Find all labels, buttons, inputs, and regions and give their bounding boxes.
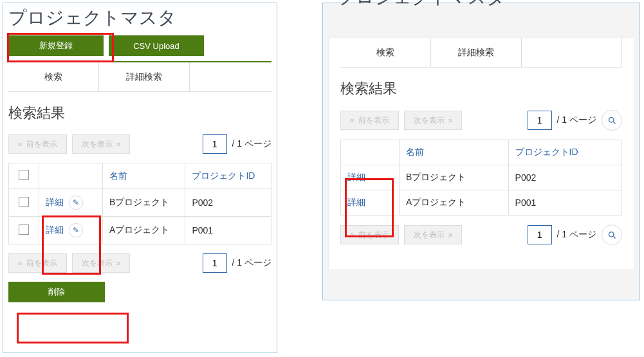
cell-project-id: P002 [508, 165, 621, 190]
section-title: 検索結果 [8, 104, 271, 123]
section-title: 検索結果 [340, 79, 622, 98]
pager-top: « 前を表示 次を表示 » / 1 ページ [8, 134, 271, 154]
pager-next[interactable]: 次を表示 » [404, 111, 463, 130]
svg-line-3 [613, 236, 615, 238]
chevron-right-icon: » [116, 140, 121, 149]
page-total: / 1 ページ [232, 138, 271, 150]
header-name[interactable]: 名前 [103, 163, 185, 189]
pager-prev-label: 前を表示 [358, 115, 389, 126]
page-title: プロジェクトマスタ [8, 3, 271, 30]
header-detail [341, 140, 400, 165]
tab-search[interactable]: 検索 [8, 62, 99, 91]
table-row: 詳細 Bプロジェクト P002 [341, 165, 622, 190]
cell-name: Bプロジェクト [103, 189, 185, 217]
header-checkbox-cell[interactable] [9, 163, 39, 189]
csv-upload-button[interactable]: CSV Upload [109, 35, 204, 56]
page-total: / 1 ページ [232, 257, 271, 269]
page-input[interactable] [203, 253, 227, 273]
search-icon[interactable] [602, 110, 622, 131]
page-input[interactable] [528, 111, 552, 130]
chevron-right-icon: » [448, 230, 453, 239]
tab-empty [522, 38, 622, 67]
svg-line-1 [613, 122, 615, 124]
header-name[interactable]: 名前 [400, 140, 509, 165]
cell-name: Bプロジェクト [400, 165, 509, 190]
cell-project-id: P002 [185, 189, 271, 217]
tab-row: 検索 詳細検索 [8, 61, 271, 92]
chevron-right-icon: » [448, 116, 453, 125]
svg-point-0 [609, 117, 614, 122]
pager-prev[interactable]: « 前を表示 [8, 253, 67, 273]
cell-project-id: P001 [508, 190, 621, 215]
page-total: / 1 ページ [557, 114, 596, 126]
header-project-id[interactable]: プロジェクトID [508, 140, 621, 165]
detail-link[interactable]: 詳細 [46, 224, 64, 235]
right-inner: 検索 詳細検索 検索結果 « 前を表示 次を表示 » / 1 ページ [328, 37, 634, 270]
pager-prev-label: 前を表示 [26, 139, 57, 150]
pager-next-label: 次を表示 [414, 230, 445, 241]
detail-link[interactable]: 詳細 [347, 172, 365, 182]
cell-project-id: P001 [185, 217, 271, 244]
checkbox-icon [19, 197, 29, 207]
pager-bottom: « 前を表示 次を表示 » / 1 ページ [340, 224, 622, 245]
cell-name: Aプロジェクト [400, 190, 509, 215]
row-checkbox-cell[interactable] [9, 217, 39, 244]
checkbox-icon [19, 224, 29, 235]
table-row: 詳細 ✎ Bプロジェクト P002 [9, 189, 271, 217]
cell-detail: 詳細 [341, 165, 400, 190]
checkbox-icon [19, 170, 29, 180]
results-table: 名前 プロジェクトID 詳細 Bプロジェクト P002 詳細 Aプロジェクト P… [340, 140, 622, 215]
cell-detail: 詳細 ✎ [39, 189, 103, 217]
tab-detail-search[interactable]: 詳細検索 [431, 38, 522, 67]
pager-top: « 前を表示 次を表示 » / 1 ページ [340, 110, 622, 131]
pager-prev[interactable]: « 前を表示 [340, 225, 399, 244]
cell-detail: 詳細 [341, 190, 400, 215]
new-button[interactable]: 新規登録 [8, 35, 104, 56]
cell-detail: 詳細 ✎ [39, 217, 103, 244]
left-panel: プロジェクトマスタ 新規登録 CSV Upload 検索 詳細検索 検索結果 «… [3, 3, 277, 353]
chevron-left-icon: « [350, 230, 354, 239]
row-checkbox-cell[interactable] [9, 189, 39, 217]
pager-prev[interactable]: « 前を表示 [8, 134, 67, 154]
tab-detail-search[interactable]: 詳細検索 [99, 62, 190, 91]
right-panel: プロジェクトマスタ 検索 詳細検索 検索結果 « 前を表示 次を表示 » [322, 3, 640, 300]
header-project-id[interactable]: プロジェクトID [185, 163, 271, 189]
pager-next[interactable]: 次を表示 » [404, 225, 463, 244]
delete-button[interactable]: 削除 [8, 282, 105, 302]
search-icon[interactable] [602, 224, 622, 245]
chevron-left-icon: « [18, 140, 23, 149]
chevron-right-icon: » [116, 259, 121, 268]
pager-prev[interactable]: « 前を表示 [340, 111, 399, 130]
detail-link[interactable]: 詳細 [347, 197, 365, 207]
pager-prev-label: 前を表示 [26, 258, 57, 269]
pager-next-label: 次を表示 [82, 139, 113, 150]
action-row: 新規登録 CSV Upload [8, 35, 271, 56]
chevron-left-icon: « [350, 116, 354, 125]
page-total: / 1 ページ [557, 229, 596, 241]
pager-next-label: 次を表示 [82, 258, 113, 269]
cell-name: Aプロジェクト [103, 217, 185, 244]
tab-search[interactable]: 検索 [340, 38, 431, 67]
chevron-left-icon: « [18, 259, 23, 268]
pager-bottom: « 前を表示 次を表示 » / 1 ページ [8, 253, 271, 273]
table-row: 詳細 ✎ Aプロジェクト P001 [9, 217, 271, 244]
table-row: 詳細 Aプロジェクト P001 [341, 190, 622, 215]
results-table: 名前 プロジェクトID 詳細 ✎ Bプロジェクト P002 [8, 163, 271, 244]
pencil-icon[interactable]: ✎ [69, 223, 83, 237]
pager-next[interactable]: 次を表示 » [72, 253, 131, 273]
detail-link[interactable]: 詳細 [46, 197, 64, 207]
annotation-box [17, 313, 129, 343]
tab-row: 検索 詳細検索 [340, 38, 622, 68]
pager-prev-label: 前を表示 [358, 230, 389, 241]
svg-point-2 [609, 232, 614, 237]
header-detail [39, 163, 103, 189]
pager-next[interactable]: 次を表示 » [72, 134, 131, 154]
page-input[interactable] [528, 225, 552, 244]
page-input[interactable] [203, 134, 227, 154]
pencil-icon[interactable]: ✎ [69, 196, 83, 210]
pager-next-label: 次を表示 [414, 115, 445, 126]
page-title: プロジェクトマスタ [337, 0, 634, 10]
